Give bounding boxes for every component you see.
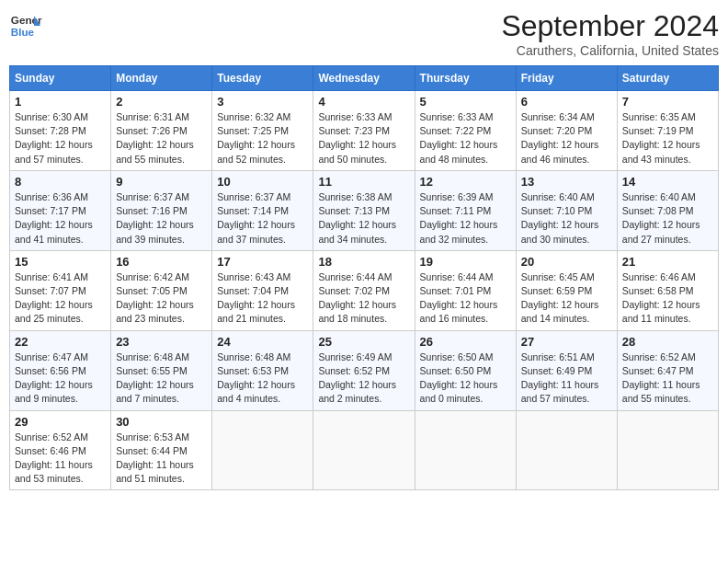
- day-number: 5: [420, 95, 511, 109]
- logo: General Blue: [9, 9, 42, 42]
- calendar-week-row: 8Sunrise: 6:36 AM Sunset: 7:17 PM Daylig…: [10, 170, 719, 250]
- day-number: 27: [521, 335, 612, 349]
- day-number: 20: [521, 255, 612, 269]
- calendar-day-cell: 21Sunrise: 6:46 AM Sunset: 6:58 PM Dayli…: [617, 250, 718, 330]
- day-info: Sunrise: 6:47 AM Sunset: 6:56 PM Dayligh…: [15, 350, 106, 407]
- calendar-day-cell: 19Sunrise: 6:44 AM Sunset: 7:01 PM Dayli…: [415, 250, 516, 330]
- day-info: Sunrise: 6:34 AM Sunset: 7:20 PM Dayligh…: [521, 110, 612, 167]
- day-info: Sunrise: 6:46 AM Sunset: 6:58 PM Dayligh…: [622, 270, 713, 327]
- day-info: Sunrise: 6:32 AM Sunset: 7:25 PM Dayligh…: [217, 110, 308, 167]
- calendar-day-cell: [617, 410, 718, 490]
- calendar-day-cell: 2Sunrise: 6:31 AM Sunset: 7:26 PM Daylig…: [111, 91, 212, 171]
- day-number: 28: [622, 335, 713, 349]
- calendar-day-cell: 5Sunrise: 6:33 AM Sunset: 7:22 PM Daylig…: [415, 91, 516, 171]
- day-number: 19: [420, 255, 511, 269]
- day-number: 14: [622, 175, 713, 189]
- day-info: Sunrise: 6:41 AM Sunset: 7:07 PM Dayligh…: [15, 270, 106, 327]
- day-number: 17: [217, 255, 308, 269]
- day-number: 15: [15, 255, 106, 269]
- calendar-day-cell: 11Sunrise: 6:38 AM Sunset: 7:13 PM Dayli…: [313, 170, 415, 250]
- weekday-header-cell: Wednesday: [313, 66, 415, 91]
- calendar-week-row: 1Sunrise: 6:30 AM Sunset: 7:28 PM Daylig…: [10, 91, 719, 171]
- day-info: Sunrise: 6:38 AM Sunset: 7:13 PM Dayligh…: [318, 190, 409, 247]
- day-number: 25: [318, 335, 409, 349]
- day-info: Sunrise: 6:51 AM Sunset: 6:49 PM Dayligh…: [521, 350, 612, 407]
- day-number: 1: [15, 95, 106, 109]
- day-info: Sunrise: 6:52 AM Sunset: 6:46 PM Dayligh…: [15, 431, 106, 487]
- day-info: Sunrise: 6:44 AM Sunset: 7:01 PM Dayligh…: [420, 270, 511, 327]
- day-info: Sunrise: 6:45 AM Sunset: 6:59 PM Dayligh…: [521, 270, 612, 327]
- calendar-day-cell: 26Sunrise: 6:50 AM Sunset: 6:50 PM Dayli…: [415, 330, 516, 410]
- day-number: 21: [622, 255, 713, 269]
- calendar-day-cell: 4Sunrise: 6:33 AM Sunset: 7:23 PM Daylig…: [313, 91, 415, 171]
- day-number: 7: [622, 95, 713, 109]
- calendar-day-cell: 12Sunrise: 6:39 AM Sunset: 7:11 PM Dayli…: [415, 170, 516, 250]
- calendar-week-row: 15Sunrise: 6:41 AM Sunset: 7:07 PM Dayli…: [10, 250, 719, 330]
- day-info: Sunrise: 6:44 AM Sunset: 7:02 PM Dayligh…: [318, 270, 409, 327]
- calendar-day-cell: 6Sunrise: 6:34 AM Sunset: 7:20 PM Daylig…: [516, 91, 617, 171]
- calendar-day-cell: 1Sunrise: 6:30 AM Sunset: 7:28 PM Daylig…: [10, 91, 111, 171]
- weekday-header-cell: Friday: [516, 66, 617, 91]
- day-info: Sunrise: 6:49 AM Sunset: 6:52 PM Dayligh…: [318, 350, 409, 407]
- calendar-day-cell: 13Sunrise: 6:40 AM Sunset: 7:10 PM Dayli…: [516, 170, 617, 250]
- day-number: 23: [116, 335, 207, 349]
- calendar-day-cell: 25Sunrise: 6:49 AM Sunset: 6:52 PM Dayli…: [313, 330, 415, 410]
- calendar-week-row: 29Sunrise: 6:52 AM Sunset: 6:46 PM Dayli…: [10, 410, 719, 490]
- calendar-day-cell: 24Sunrise: 6:48 AM Sunset: 6:53 PM Dayli…: [212, 330, 313, 410]
- calendar-day-cell: 17Sunrise: 6:43 AM Sunset: 7:04 PM Dayli…: [212, 250, 313, 330]
- day-info: Sunrise: 6:42 AM Sunset: 7:05 PM Dayligh…: [116, 270, 207, 327]
- day-info: Sunrise: 6:37 AM Sunset: 7:14 PM Dayligh…: [217, 190, 308, 247]
- weekday-header-cell: Saturday: [617, 66, 718, 91]
- day-info: Sunrise: 6:33 AM Sunset: 7:23 PM Dayligh…: [318, 110, 409, 167]
- day-info: Sunrise: 6:30 AM Sunset: 7:28 PM Dayligh…: [15, 110, 106, 167]
- calendar-day-cell: 15Sunrise: 6:41 AM Sunset: 7:07 PM Dayli…: [10, 250, 111, 330]
- day-number: 13: [521, 175, 612, 189]
- calendar-day-cell: 14Sunrise: 6:40 AM Sunset: 7:08 PM Dayli…: [617, 170, 718, 250]
- day-info: Sunrise: 6:50 AM Sunset: 6:50 PM Dayligh…: [420, 350, 511, 407]
- day-info: Sunrise: 6:35 AM Sunset: 7:19 PM Dayligh…: [622, 110, 713, 167]
- calendar-day-cell: 8Sunrise: 6:36 AM Sunset: 7:17 PM Daylig…: [10, 170, 111, 250]
- weekday-header-cell: Thursday: [415, 66, 516, 91]
- calendar-day-cell: 27Sunrise: 6:51 AM Sunset: 6:49 PM Dayli…: [516, 330, 617, 410]
- svg-text:Blue: Blue: [11, 26, 35, 38]
- day-number: 24: [217, 335, 308, 349]
- calendar-day-cell: 9Sunrise: 6:37 AM Sunset: 7:16 PM Daylig…: [111, 170, 212, 250]
- day-number: 16: [116, 255, 207, 269]
- title-block: September 2024 Caruthers, California, Un…: [501, 9, 719, 58]
- calendar-day-cell: 20Sunrise: 6:45 AM Sunset: 6:59 PM Dayli…: [516, 250, 617, 330]
- month-title: September 2024: [501, 9, 719, 43]
- day-info: Sunrise: 6:40 AM Sunset: 7:08 PM Dayligh…: [622, 190, 713, 247]
- day-info: Sunrise: 6:31 AM Sunset: 7:26 PM Dayligh…: [116, 110, 207, 167]
- day-number: 22: [15, 335, 106, 349]
- day-info: Sunrise: 6:40 AM Sunset: 7:10 PM Dayligh…: [521, 190, 612, 247]
- calendar-day-cell: [212, 410, 313, 490]
- day-info: Sunrise: 6:53 AM Sunset: 6:44 PM Dayligh…: [116, 431, 207, 487]
- day-number: 29: [15, 415, 106, 429]
- calendar-day-cell: [415, 410, 516, 490]
- calendar-day-cell: 28Sunrise: 6:52 AM Sunset: 6:47 PM Dayli…: [617, 330, 718, 410]
- day-number: 30: [116, 415, 207, 429]
- day-info: Sunrise: 6:52 AM Sunset: 6:47 PM Dayligh…: [622, 350, 713, 407]
- calendar-day-cell: 29Sunrise: 6:52 AM Sunset: 6:46 PM Dayli…: [10, 410, 111, 490]
- day-info: Sunrise: 6:48 AM Sunset: 6:55 PM Dayligh…: [116, 350, 207, 407]
- day-number: 9: [116, 175, 207, 189]
- location-title: Caruthers, California, United States: [501, 43, 719, 58]
- calendar-day-cell: 10Sunrise: 6:37 AM Sunset: 7:14 PM Dayli…: [212, 170, 313, 250]
- calendar-day-cell: 30Sunrise: 6:53 AM Sunset: 6:44 PM Dayli…: [111, 410, 212, 490]
- day-info: Sunrise: 6:33 AM Sunset: 7:22 PM Dayligh…: [420, 110, 511, 167]
- calendar-day-cell: [516, 410, 617, 490]
- weekday-header-cell: Tuesday: [212, 66, 313, 91]
- day-number: 11: [318, 175, 409, 189]
- day-number: 6: [521, 95, 612, 109]
- day-number: 8: [15, 175, 106, 189]
- day-number: 10: [217, 175, 308, 189]
- weekday-header-cell: Monday: [111, 66, 212, 91]
- page-header: General Blue September 2024 Caruthers, C…: [9, 9, 719, 58]
- calendar-table: SundayMondayTuesdayWednesdayThursdayFrid…: [9, 65, 719, 490]
- day-info: Sunrise: 6:39 AM Sunset: 7:11 PM Dayligh…: [420, 190, 511, 247]
- day-info: Sunrise: 6:37 AM Sunset: 7:16 PM Dayligh…: [116, 190, 207, 247]
- calendar-day-cell: 22Sunrise: 6:47 AM Sunset: 6:56 PM Dayli…: [10, 330, 111, 410]
- day-number: 12: [420, 175, 511, 189]
- calendar-day-cell: [313, 410, 415, 490]
- day-number: 2: [116, 95, 207, 109]
